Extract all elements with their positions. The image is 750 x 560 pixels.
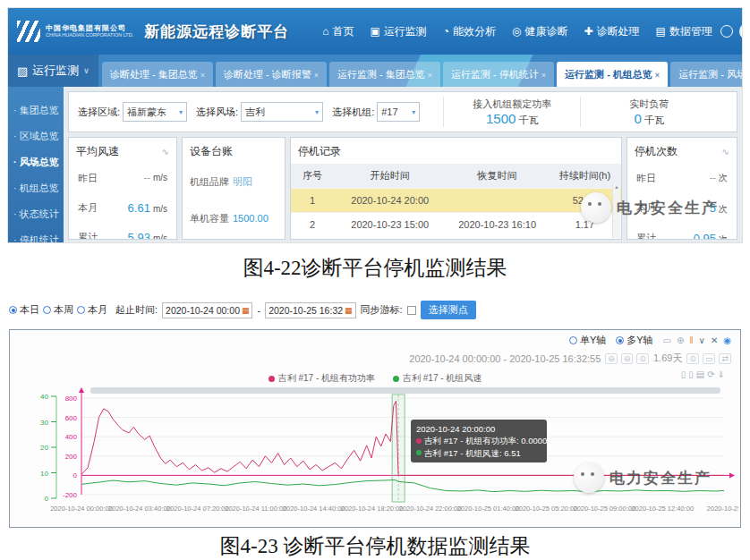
sidebar-item-停机统计[interactable]: · 停机统计 [8, 227, 64, 243]
table-row[interactable]: 22020-10-23 15:002020-10-23 16:101.17 [291, 213, 621, 237]
cards-row: 平均风速 ∿ 昨日--m/s本月6.61m/s累计5.93m/s 设备台账 机组… [68, 137, 737, 240]
svg-text:2020-10-25 01:40:00: 2020-10-25 01:40:00 [457, 505, 520, 513]
svg-text:600: 600 [65, 414, 78, 422]
chart-tool-icon[interactable]: ◉ [723, 335, 731, 345]
legend-dot-icon [268, 376, 275, 382]
start-date-input[interactable]: 2020-10-24 00:00 ▦ [162, 302, 252, 318]
shutdown-records-card: 停机记录 序号开始时间恢复时间持续时间(h) 12020-10-24 20:00… [290, 137, 622, 240]
zoom-icon[interactable]: ▭ [703, 353, 716, 364]
card-row: 昨日--次 [627, 164, 737, 193]
chart-tool-icon[interactable]: ∨ [699, 335, 705, 345]
nav-item-运行监测[interactable]: ▣运行监测 [370, 24, 426, 39]
nav-item-诊断处理[interactable]: ✚诊断处理 [584, 24, 640, 39]
tab-运行监测 - 风场总览[interactable]: 运行监测 - 风场总览× [670, 62, 743, 87]
svg-text:30: 30 [40, 419, 48, 427]
svg-text:0: 0 [73, 471, 78, 479]
module-selector[interactable]: ▨ 运行监测 ∨ [8, 55, 98, 87]
svg-text:10: 10 [40, 470, 48, 478]
unit-select[interactable]: #17 ▾ [377, 102, 420, 122]
period-option-本周[interactable]: 本周 [43, 303, 73, 317]
line-chart-icon[interactable]: ∿ [722, 147, 729, 157]
legend-dot-icon [393, 376, 399, 382]
end-date-input[interactable]: 2020-10-25 16:32 ▦ [265, 302, 355, 318]
tab-运行监测 - 机组总览[interactable]: 运行监测 - 机组总览× [557, 62, 668, 87]
zoom-icon[interactable]: ⊖ [621, 353, 634, 364]
tooltip-title: 2020-10-24 20:00:00 [416, 423, 541, 435]
select-points-button[interactable]: 选择测点 [421, 301, 476, 319]
period-option-本月[interactable]: 本月 [77, 303, 107, 317]
tab-close-icon[interactable]: × [428, 71, 432, 80]
sidebar-item-状态统计[interactable]: · 状态统计 [8, 201, 64, 227]
nav-item-icon: ◔ [443, 25, 449, 38]
calendar-icon[interactable]: ▦ [345, 306, 353, 315]
nav-item-首页[interactable]: ⌂首页 [322, 24, 354, 39]
zoom-icon[interactable]: ⊖ [605, 353, 618, 364]
nav-item-数据管理[interactable]: ▤数据管理 [656, 24, 712, 39]
module-icon: ▨ [17, 64, 28, 78]
filter-bar: 选择区域: 福新蒙东 ▾ 选择风场: 吉利 ▾ 选择机组: #17 ▾ [68, 91, 737, 132]
chart-tool-icon[interactable]: ▭ [663, 335, 671, 345]
tab-close-icon[interactable]: × [655, 71, 660, 80]
nav-item-label: 能效分析 [453, 24, 496, 39]
platform-title: 新能源远程诊断平台 [144, 21, 289, 42]
calendar-icon[interactable]: ▦ [242, 306, 250, 315]
farm-select[interactable]: 吉利 ▾ [241, 102, 323, 122]
tab-close-icon[interactable]: × [314, 71, 319, 80]
time-range-controls: 本日本周本月 起止时间: 2020-10-24 00:00 ▦ - 2020-1… [9, 301, 476, 319]
svg-text:2020-10-24 14:40:00: 2020-10-24 14:40:00 [283, 505, 345, 513]
y-axis-mode-controls: 单Y轴 多Y轴 ▭⊕‖∨✕◉ [569, 334, 731, 347]
span-text: 1.69天 [653, 352, 682, 365]
radio-icon [77, 306, 85, 314]
range-dash: - [257, 305, 260, 316]
zoom-icon[interactable]: ⊙ [636, 353, 649, 364]
legend-item[interactable]: 吉利 #17 - 机组有功功率 [268, 372, 375, 385]
zoom-icon[interactable]: ⇄ [719, 353, 731, 364]
tab-诊断处理 - 诊断报警[interactable]: 诊断处理 - 诊断报警× [216, 62, 327, 87]
row-value: 0.95次 [694, 232, 728, 240]
row-value: --次 [710, 172, 728, 185]
region-select[interactable]: 福新蒙东 ▾ [123, 102, 187, 122]
multi-y-option[interactable]: 多Y轴 [616, 334, 652, 347]
scroll-up-icon[interactable]: ▲ [614, 184, 619, 190]
nav-item-label: 健康诊断 [525, 24, 568, 39]
column-header: 持续时间(h) [549, 164, 621, 189]
single-y-option[interactable]: 单Y轴 [569, 334, 606, 347]
nav-item-能效分析[interactable]: ◔能效分析 [443, 24, 496, 39]
brand-value: 明阳 [233, 176, 252, 187]
legend-item[interactable]: 吉利 #17 - 机组风速 [393, 372, 482, 385]
open-tabs: 诊断处理 - 集团总览×诊断处理 - 诊断报警×运行监测 - 集团总览×运行监测… [98, 55, 743, 87]
chart-tool-icon[interactable]: ⊕ [677, 335, 684, 345]
row-value: --m/s [144, 172, 167, 185]
row-label: 累计 [636, 232, 656, 240]
sidebar-item-机组总览[interactable]: · 机组总览 [8, 175, 64, 201]
period-radio-group: 本日本周本月 [9, 303, 111, 317]
radio-icon [616, 336, 624, 344]
row-value: 5.93m/s [128, 231, 167, 240]
line-chart-icon[interactable]: ∿ [162, 147, 169, 157]
tab-运行监测 - 集团总览[interactable]: 运行监测 - 集团总览× [329, 62, 440, 87]
user-avatar[interactable] [739, 22, 743, 40]
tab-close-icon[interactable]: × [541, 71, 546, 80]
notification-icon[interactable] [720, 25, 733, 38]
chart-tool-icon[interactable]: ✕ [711, 335, 718, 345]
divider [443, 97, 444, 127]
nav-item-健康诊断[interactable]: ◎健康诊断 [512, 24, 567, 39]
sidebar-item-区域总览[interactable]: · 区域总览 [8, 123, 64, 149]
tab-close-icon[interactable]: × [200, 71, 205, 80]
sidebar-item-集团总览[interactable]: · 集团总览 [8, 98, 64, 123]
svg-text:2020-10-24 18:20:00: 2020-10-24 18:20:00 [341, 505, 404, 513]
sync-cursor-checkbox[interactable] [407, 306, 416, 315]
sidebar-item-风场总览[interactable]: · 风场总览 [8, 149, 64, 175]
zoom-icon[interactable]: ⊙ [686, 353, 699, 364]
farm-label: 选择风场: [196, 106, 238, 119]
nav-item-icon: ▤ [656, 25, 666, 38]
trend-chart[interactable]: -20002004006008000102030402020-10-24 00:… [12, 386, 738, 527]
period-option-本日[interactable]: 本日 [9, 303, 39, 317]
nav-item-label: 运行监测 [384, 24, 427, 39]
series-dot-icon [416, 438, 422, 444]
tab-诊断处理 - 集团总览[interactable]: 诊断处理 - 集团总览× [102, 62, 213, 87]
table-row[interactable]: 12020-10-24 20:0052.00 [291, 189, 621, 213]
tab-运行监测 - 停机统计[interactable]: 运行监测 - 停机统计× [443, 62, 554, 87]
plot-toolbar-icons[interactable]: ▯▯▤⟳⇓ [681, 369, 728, 379]
chart-tool-icon[interactable]: ‖ [689, 335, 693, 345]
